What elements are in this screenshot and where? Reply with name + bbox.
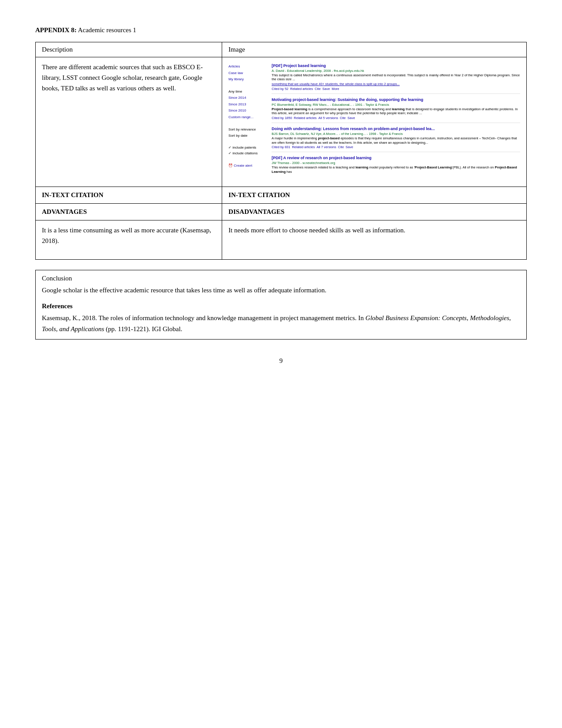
sidebar-mylibrary[interactable]: My library <box>228 76 268 82</box>
result-2-title[interactable]: Motivating project-based learning: Susta… <box>272 97 520 103</box>
sidebar-since2014[interactable]: Since 2014 <box>228 95 268 101</box>
sidebar-customrange[interactable]: Custom range... <box>228 114 268 120</box>
sidebar-since2010[interactable]: Since 2010 <box>228 108 268 114</box>
result-1-snippet2: something that we usually have 40+ stude… <box>272 82 520 86</box>
scholar-results: [PDF] Project based learning A. David - … <box>272 63 520 180</box>
result-3: Doing with understanding: Lessons from r… <box>272 127 520 152</box>
advantages-text: It is a less time consuming as well as m… <box>42 225 216 246</box>
main-table: Description Image There are different ac… <box>35 42 527 260</box>
result-3-actions[interactable]: Cited by 831Related articlesAll 7 versio… <box>272 145 520 149</box>
sidebar-includepatents: ✓ include patents <box>228 145 268 151</box>
result-4-title[interactable]: [PDF] A review of research on project-ba… <box>272 156 520 161</box>
advantages-cell: It is a less time consuming as well as m… <box>36 220 222 259</box>
sidebar-includecitations: ✓ include citations <box>228 150 268 157</box>
sidebar-anytime: Any time <box>228 89 268 95</box>
result-4-snippet: This review examines research related to… <box>272 165 520 174</box>
sidebar-since2013[interactable]: Since 2013 <box>228 101 268 108</box>
result-4: [PDF] A review of research on project-ba… <box>272 156 520 176</box>
conclusion-label: Conclusion <box>42 275 520 282</box>
sidebar-sortrelevance: Sort by relevance <box>228 127 268 133</box>
description-text: There are different academic sources tha… <box>42 62 216 93</box>
result-1: [PDF] Project based learning A. David - … <box>272 63 520 94</box>
appendix-sub: Academic resources 1 <box>77 26 136 34</box>
appendix-heading: APPENDIX 8: Academic resources 1 <box>35 26 527 34</box>
advantages-header: ADVANTAGES <box>36 203 222 220</box>
header-description: Description <box>36 42 222 57</box>
result-3-title[interactable]: Doing with understanding: Lessons from r… <box>272 127 520 132</box>
result-1-title[interactable]: [PDF] Project based learning <box>272 63 520 69</box>
references-heading: References <box>42 302 520 310</box>
result-1-snippet: This subject is called Mechatronics wher… <box>272 73 520 82</box>
header-image: Image <box>222 42 527 57</box>
sidebar-caselaw[interactable]: Case law <box>228 70 268 76</box>
result-3-snippet: A major hurdle in implementing project-b… <box>272 136 520 145</box>
result-1-actions[interactable]: Cited by 52Related articlesCiteSaveMore <box>272 87 520 91</box>
create-alert-icon: ⏰ <box>228 163 233 169</box>
result-2-snippet: Project-based learning is a comprehensiv… <box>272 107 520 116</box>
page-number: 9 <box>35 357 527 365</box>
disadvantages-text: It needs more effort to choose needed sk… <box>228 225 520 235</box>
result-2-actions[interactable]: Cited by 1850Related articlesAll 5 versi… <box>272 116 520 120</box>
result-4-meta: JW Thomas - 2000 - w.newtechnetwork.org <box>272 161 520 165</box>
result-2: Motivating project-based learning: Susta… <box>272 97 520 123</box>
in-text-citation-left: IN-TEXT CITATION <box>36 187 222 203</box>
sidebar-createalert[interactable]: Create alert <box>234 163 252 169</box>
appendix-bold: APPENDIX 8: <box>35 26 77 34</box>
scholar-screenshot: Articles Case law My library Any time Si… <box>228 62 520 182</box>
conclusion-text: Google scholar is the effective academic… <box>42 285 520 296</box>
result-1-meta: A. David - Educational Leadership, 2008 … <box>272 69 520 73</box>
sidebar-sortdate: Sort by date <box>228 133 268 139</box>
scholar-sidebar: Articles Case law My library Any time Si… <box>228 63 268 180</box>
sidebar-articles[interactable]: Articles <box>228 63 268 70</box>
disadvantages-cell: It needs more effort to choose needed sk… <box>222 220 527 259</box>
result-3-meta: BJS Barron, DL Schwartz, NJ Vye, A Moore… <box>272 132 520 136</box>
reference-text: Kasemsap, K., 2018. The roles of informa… <box>42 313 520 335</box>
description-cell: There are different academic sources tha… <box>36 57 222 187</box>
disadvantages-header: DISADVANTAGES <box>222 203 527 220</box>
in-text-citation-right: IN-TEXT CITATION <box>222 187 527 203</box>
image-cell: Articles Case law My library Any time Si… <box>222 57 527 187</box>
result-2-meta: PC Blumenfeld, E Soloway, RW Marx... - E… <box>272 103 520 107</box>
conclusion-section: Conclusion Google scholar is the effecti… <box>35 270 527 340</box>
